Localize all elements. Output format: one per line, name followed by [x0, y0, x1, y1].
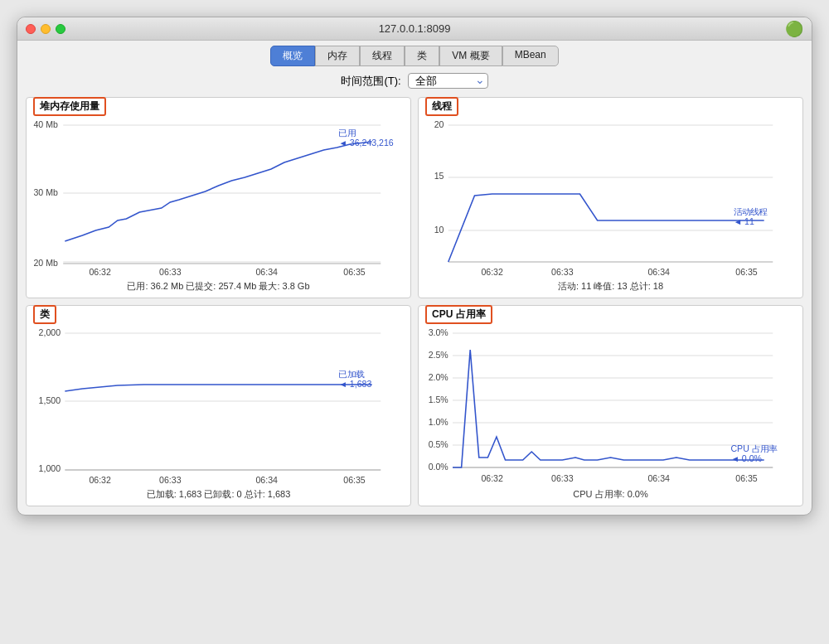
classes-panel-title: 类: [33, 305, 56, 324]
threads-chart: 20 15 10 06:32 06:33 06:34 06:35: [422, 113, 799, 278]
svg-text:15: 15: [434, 172, 444, 181]
svg-text:06:34: 06:34: [255, 268, 278, 277]
svg-text:1.0%: 1.0%: [429, 418, 448, 427]
cpu-footer: CPU 占用率: 0.0%: [422, 487, 799, 502]
traffic-lights: [26, 24, 65, 34]
svg-text:06:35: 06:35: [343, 476, 366, 485]
classes-footer: 已加载: 1,683 已卸载: 0 总计: 1,683: [30, 487, 407, 502]
svg-text:06:33: 06:33: [551, 268, 574, 277]
svg-text:06:33: 06:33: [551, 474, 574, 483]
tab-vm-summary[interactable]: VM 概要: [439, 46, 502, 66]
svg-text:已用: 已用: [338, 128, 356, 138]
cpu-chart: 3.0% 2.5% 2.0% 1.5% 1.0% 0.5% 0.0%: [422, 321, 799, 487]
tabs-bar: 概览 内存 线程 类 VM 概要 MBean: [17, 41, 812, 70]
svg-text:◄ 36,243,216: ◄ 36,243,216: [338, 138, 394, 148]
threads-panel-title: 线程: [425, 97, 458, 116]
minimize-button[interactable]: [41, 24, 51, 34]
time-range-label: 时间范围(T):: [341, 74, 400, 89]
svg-text:2.0%: 2.0%: [429, 373, 448, 382]
cpu-panel: CPU 占用率 3.0% 2.5% 2.0% 1.5% 1.0% 0.5% 0.…: [418, 305, 803, 506]
svg-text:1,500: 1,500: [39, 396, 61, 405]
svg-text:20: 20: [434, 120, 444, 129]
main-window: 127.0.0.1:8099 🟢 概览 内存 线程 类 VM 概要 MBean …: [17, 17, 812, 516]
tab-mbean[interactable]: MBean: [502, 46, 559, 66]
heap-panel-title: 堆内存使用量: [33, 97, 106, 116]
svg-text:06:32: 06:32: [481, 474, 503, 483]
svg-text:40 Mb: 40 Mb: [33, 120, 58, 129]
time-range-bar: 时间范围(T): 全部 最近1分钟 最近5分钟 最近10分钟: [17, 70, 812, 94]
maximize-button[interactable]: [56, 24, 65, 34]
svg-text:活动线程: 活动线程: [734, 207, 768, 216]
svg-text:1,000: 1,000: [39, 464, 61, 473]
svg-text:2.5%: 2.5%: [429, 351, 448, 360]
svg-text:10: 10: [434, 225, 444, 235]
svg-text:06:33: 06:33: [159, 268, 182, 277]
svg-text:06:34: 06:34: [647, 474, 670, 483]
heap-panel: 堆内存使用量 40 Mb 30 Mb 20 Mb 06:32 06:33: [26, 97, 411, 298]
threads-panel: 线程 20 15 10 06:32 06:33 06:34: [418, 97, 803, 298]
time-range-select[interactable]: 全部 最近1分钟 最近5分钟 最近10分钟: [408, 73, 488, 89]
threads-footer: 活动: 11 峰值: 13 总计: 18: [422, 278, 799, 294]
svg-text:◄ 0.0%: ◄ 0.0%: [730, 454, 761, 463]
svg-text:06:33: 06:33: [159, 476, 182, 485]
status-icon: 🟢: [785, 20, 803, 38]
svg-text:06:32: 06:32: [89, 476, 111, 485]
cpu-panel-title: CPU 占用率: [425, 305, 492, 324]
heap-chart-area: 40 Mb 30 Mb 20 Mb 06:32 06:33 06:34 06:3…: [30, 113, 407, 278]
titlebar: 127.0.0.1:8099 🟢: [17, 17, 812, 41]
content-area: 堆内存使用量 40 Mb 30 Mb 20 Mb 06:32 06:33: [17, 94, 812, 515]
threads-chart-area: 20 15 10 06:32 06:33 06:34 06:35: [422, 113, 799, 278]
classes-panel: 类 2,000 1,500 1,000 06:32 06:33 06:3: [26, 305, 411, 506]
svg-text:0.5%: 0.5%: [429, 440, 448, 449]
svg-text:◄ 11: ◄ 11: [734, 217, 754, 226]
heap-chart: 40 Mb 30 Mb 20 Mb 06:32 06:33 06:34 06:3…: [30, 113, 407, 278]
svg-text:06:34: 06:34: [647, 268, 670, 277]
svg-text:0.0%: 0.0%: [429, 462, 448, 472]
tab-overview[interactable]: 概览: [270, 46, 315, 66]
close-button[interactable]: [26, 24, 36, 34]
svg-text:06:32: 06:32: [481, 268, 503, 277]
svg-text:30 Mb: 30 Mb: [33, 188, 58, 197]
window-title: 127.0.0.1:8099: [379, 22, 451, 35]
svg-text:3.0%: 3.0%: [429, 328, 448, 337]
svg-text:06:32: 06:32: [89, 268, 111, 277]
cpu-chart-area: 3.0% 2.5% 2.0% 1.5% 1.0% 0.5% 0.0%: [422, 321, 799, 487]
classes-chart: 2,000 1,500 1,000 06:32 06:33 06:34 06:3…: [30, 321, 407, 487]
svg-text:1.5%: 1.5%: [429, 395, 448, 404]
tab-memory[interactable]: 内存: [315, 46, 360, 66]
svg-text:06:35: 06:35: [735, 268, 758, 277]
svg-text:CPU 占用率: CPU 占用率: [730, 444, 777, 453]
tab-threads[interactable]: 线程: [360, 46, 405, 66]
svg-text:已加载: 已加载: [338, 370, 364, 379]
svg-text:2,000: 2,000: [39, 328, 61, 337]
svg-text:◄ 1,683: ◄ 1,683: [338, 380, 371, 389]
svg-text:20 Mb: 20 Mb: [33, 259, 58, 268]
svg-text:06:35: 06:35: [735, 474, 758, 483]
svg-text:06:34: 06:34: [255, 476, 278, 485]
classes-chart-area: 2,000 1,500 1,000 06:32 06:33 06:34 06:3…: [30, 321, 407, 487]
tab-classes[interactable]: 类: [405, 46, 439, 66]
heap-footer: 已用: 36.2 Mb 已提交: 257.4 Mb 最大: 3.8 Gb: [30, 278, 407, 294]
svg-text:06:35: 06:35: [343, 268, 366, 277]
time-range-select-wrapper[interactable]: 全部 最近1分钟 最近5分钟 最近10分钟: [408, 73, 488, 89]
